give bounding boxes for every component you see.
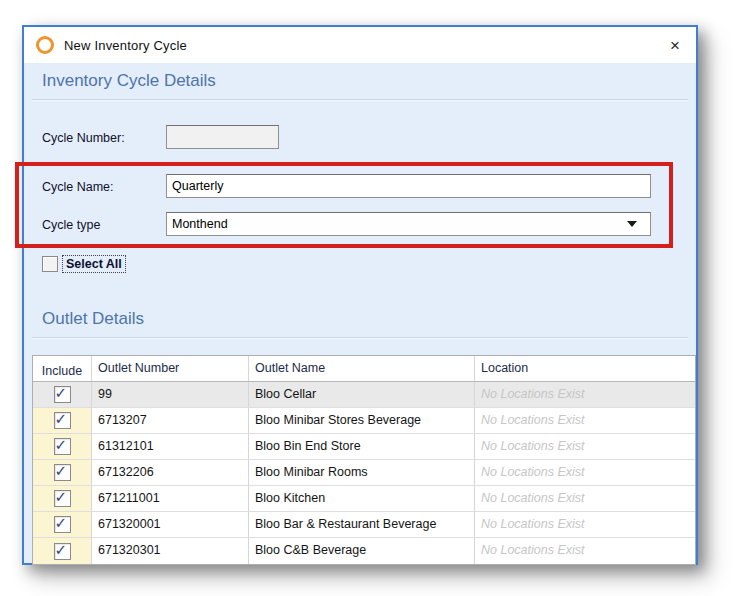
select-all-row: Select All <box>42 255 126 273</box>
chevron-down-icon <box>627 221 637 227</box>
outlet-name-cell: Bloo Bin End Store <box>249 434 475 459</box>
outlet-table: Include Outlet Number Outlet Name Locati… <box>32 355 696 565</box>
location-cell: No Locations Exist <box>475 382 695 407</box>
new-inventory-cycle-dialog: New Inventory Cycle × Inventory Cycle De… <box>22 25 698 565</box>
cycle-number-label: Cycle Number: <box>42 131 125 145</box>
table-row[interactable]: 671320301 Bloo C&B Beverage No Locations… <box>33 538 695 564</box>
outlet-name-cell: Bloo Minibar Rooms <box>249 460 475 485</box>
window-title: New Inventory Cycle <box>64 38 187 53</box>
table-row[interactable]: 6713207 Bloo Minibar Stores Beverage No … <box>33 408 695 434</box>
include-cell <box>33 382 92 407</box>
outlet-number-cell: 671211001 <box>92 486 249 511</box>
location-cell: No Locations Exist <box>475 460 695 485</box>
column-header-outlet-number: Outlet Number <box>92 356 249 381</box>
dialog-body: Inventory Cycle Details Cycle Number: Cy… <box>24 63 696 563</box>
outlet-number-cell: 61312101 <box>92 434 249 459</box>
location-cell: No Locations Exist <box>475 538 695 564</box>
select-all-checkbox[interactable] <box>42 256 58 272</box>
location-cell: No Locations Exist <box>475 434 695 459</box>
include-cell <box>33 486 92 511</box>
section-title-outlet-details: Outlet Details <box>42 309 144 329</box>
outlet-table-body: 99 Bloo Cellar No Locations Exist 671320… <box>33 382 695 564</box>
screenshot-stage: New Inventory Cycle × Inventory Cycle De… <box>0 0 736 596</box>
include-checkbox[interactable] <box>54 386 71 403</box>
outlet-table-header: Include Outlet Number Outlet Name Locati… <box>33 356 695 382</box>
location-cell: No Locations Exist <box>475 486 695 511</box>
outlet-name-cell: Bloo Bar & Restaurant Beverage <box>249 512 475 537</box>
include-checkbox[interactable] <box>54 490 71 507</box>
table-row[interactable]: 671211001 Bloo Kitchen No Locations Exis… <box>33 486 695 512</box>
outlet-name-cell: Bloo Kitchen <box>249 486 475 511</box>
column-header-location: Location <box>475 356 695 381</box>
column-header-outlet-name: Outlet Name <box>249 356 475 381</box>
cycle-type-label: Cycle type <box>42 218 100 232</box>
include-cell <box>33 434 92 459</box>
include-checkbox[interactable] <box>54 516 71 533</box>
section-rule <box>32 337 688 339</box>
outlet-name-cell: Bloo C&B Beverage <box>249 538 475 564</box>
include-cell <box>33 538 92 564</box>
outlet-number-cell: 671320001 <box>92 512 249 537</box>
outlet-name-cell: Bloo Cellar <box>249 382 475 407</box>
cycle-type-value: Monthend <box>172 217 228 231</box>
table-row[interactable]: 61312101 Bloo Bin End Store No Locations… <box>33 434 695 460</box>
app-ring-icon <box>36 36 54 54</box>
location-cell: No Locations Exist <box>475 512 695 537</box>
outlet-number-cell: 671320301 <box>92 538 249 564</box>
outlet-number-cell: 6713207 <box>92 408 249 433</box>
include-checkbox[interactable] <box>54 438 71 455</box>
include-cell <box>33 512 92 537</box>
table-row[interactable]: 67132206 Bloo Minibar Rooms No Locations… <box>33 460 695 486</box>
outlet-name-cell: Bloo Minibar Stores Beverage <box>249 408 475 433</box>
table-row[interactable]: 99 Bloo Cellar No Locations Exist <box>33 382 695 408</box>
section-title-inventory-cycle-details: Inventory Cycle Details <box>42 71 216 91</box>
cycle-name-label: Cycle Name: <box>42 180 114 194</box>
include-checkbox[interactable] <box>54 543 71 560</box>
table-row[interactable]: 671320001 Bloo Bar & Restaurant Beverage… <box>33 512 695 538</box>
cycle-number-input[interactable] <box>166 125 279 149</box>
include-checkbox[interactable] <box>54 412 71 429</box>
section-rule <box>32 99 688 101</box>
location-cell: No Locations Exist <box>475 408 695 433</box>
select-all-label: Select All <box>62 255 126 273</box>
outlet-number-cell: 99 <box>92 382 249 407</box>
close-icon[interactable]: × <box>666 35 684 56</box>
cycle-name-input[interactable] <box>166 174 651 198</box>
titlebar: New Inventory Cycle × <box>24 27 696 63</box>
cycle-type-dropdown[interactable]: Monthend <box>166 212 651 236</box>
include-cell <box>33 408 92 433</box>
outlet-number-cell: 67132206 <box>92 460 249 485</box>
column-header-include: Include <box>33 356 92 381</box>
include-checkbox[interactable] <box>54 464 71 481</box>
include-cell <box>33 460 92 485</box>
